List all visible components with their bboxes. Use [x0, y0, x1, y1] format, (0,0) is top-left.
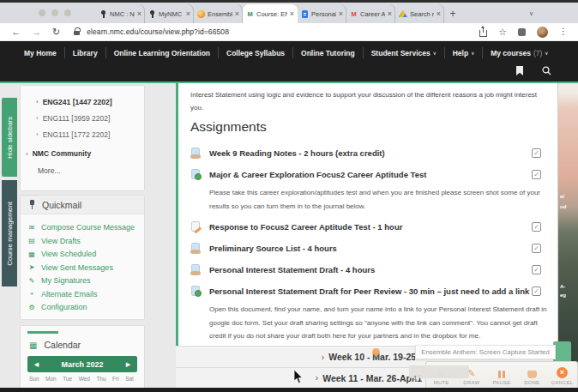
search-icon[interactable]	[542, 66, 551, 75]
forward-icon[interactable]: →	[32, 27, 41, 37]
sidebar-course-link[interactable]: › ENG241 [1447 2202]	[21, 93, 144, 110]
gear-icon: ⚙	[27, 304, 36, 311]
site-header: My Home Library Online Learning Orientat…	[0, 41, 578, 81]
week-label: Week 11 - Mar. 26-Apr.1	[322, 373, 422, 383]
tab-close-icon[interactable]: ×	[235, 10, 239, 18]
site-nav-item[interactable]: Library	[65, 47, 106, 58]
completion-checkbox[interactable]: ✓	[532, 148, 541, 158]
url-text[interactable]: elearn.nmc.edu/course/view.php?id=66508	[87, 27, 229, 36]
done-button[interactable]: DONE	[517, 362, 547, 388]
reload-icon[interactable]: ↻	[52, 27, 60, 37]
journal-activity-icon	[190, 264, 202, 275]
browser-tab[interactable]: Search res ×	[395, 4, 444, 23]
assignment-link[interactable]: Response to Focus2 Career Aptitude Test …	[209, 222, 402, 232]
site-nav-item[interactable]: College Syllabus	[219, 47, 293, 58]
background-text-fragment: eg	[560, 292, 566, 299]
nav-item-label: College Syllabus	[226, 49, 285, 57]
browser-tab[interactable]: M Course: EN ×	[243, 4, 298, 23]
quickmail-link[interactable]: ✉ Compose Course Message	[27, 223, 144, 232]
site-nav: My Home Library Online Learning Orientat…	[0, 41, 578, 64]
cancel-button[interactable]: × CANCEL	[547, 362, 577, 388]
browser-tab-bar: NMC : Nort × MyNMC fo × Ensemble V × M C…	[0, 3, 578, 23]
assignment-description: Please take this career exploration/apti…	[209, 186, 554, 213]
quickmail-link-label: View Sent Messages	[41, 263, 113, 272]
tab-close-icon[interactable]: ×	[437, 10, 441, 18]
assignment-link[interactable]: Personal Interest Statement Draft - 4 ho…	[209, 265, 375, 274]
quickmail-header: Quickmail	[21, 196, 144, 214]
browser-menu-icon[interactable]: ⋮	[559, 27, 568, 36]
course-label: ENG111 [3959 2202]	[43, 114, 111, 123]
calendar-header: ▦ Calendar	[21, 340, 144, 350]
quickmail-link[interactable]: ⚙ Configuration	[27, 303, 144, 311]
sidebar-item-nmc-community[interactable]: › NMC Community	[21, 145, 144, 162]
assignment-link[interactable]: Personal Interest Statement Draft for Pe…	[209, 286, 529, 296]
lock-icon[interactable]	[74, 31, 80, 35]
site-nav-item[interactable]: My courses (7) ∨	[483, 47, 556, 58]
site-nav-item[interactable]: Student Services ∨	[364, 47, 445, 58]
bookmark-star-icon[interactable]: ☆	[498, 27, 507, 37]
tab-close-icon[interactable]: ×	[290, 10, 294, 18]
site-nav-item[interactable]: Help ∨	[445, 47, 483, 58]
share-icon[interactable]	[479, 30, 487, 37]
tab-close-icon[interactable]: ×	[137, 10, 141, 18]
window-minimize-button[interactable]	[51, 9, 58, 16]
assignment-link[interactable]: Preliminary Source List - 4 hours	[209, 244, 337, 253]
assignment-item: Week 9 Reading Notes - 2 hours (extra cr…	[190, 142, 551, 164]
done-icon	[527, 371, 537, 378]
sidebar-item-more[interactable]: More...	[21, 162, 144, 178]
site-nav-item[interactable]: My Home	[16, 47, 65, 58]
back-icon[interactable]: ←	[11, 27, 21, 37]
new-tab-button[interactable]: +	[444, 4, 461, 23]
extensions-icon[interactable]	[518, 28, 526, 36]
completion-checkbox[interactable]: ✓	[532, 286, 541, 296]
assignment-link[interactable]: Week 9 Reading Notes - 2 hours (extra cr…	[209, 148, 385, 158]
capture-started-notification: Ensemble Anthem: Screen Capture Started	[415, 345, 556, 359]
course-management-tab[interactable]: Course management	[2, 180, 17, 286]
browser-tab[interactable]: NMC : Nort ×	[96, 4, 145, 23]
profile-avatar[interactable]	[537, 27, 548, 38]
quickmail-link[interactable]: + Alternate Emails	[27, 290, 144, 299]
hide-sidebars-label: Hide sidebars	[6, 117, 14, 159]
chevron-right-icon: ›	[26, 150, 28, 158]
tab-close-icon[interactable]: ×	[339, 10, 343, 18]
quickmail-link[interactable]: ▦ View Scheduled	[27, 250, 144, 258]
sidebar-course-link[interactable]: › ENG111 [1772 2202]	[21, 126, 144, 142]
prev-month-icon[interactable]: ◀	[34, 361, 39, 368]
quickmail-link-label: View Drafts	[41, 237, 81, 245]
background-text-fragment: A-	[560, 283, 565, 291]
quickmail-link[interactable]: ▤ View Drafts	[27, 237, 144, 245]
completion-checkbox[interactable]: ✓	[532, 244, 541, 253]
completion-checkbox[interactable]: ✓	[532, 265, 541, 274]
sidebar-course-link[interactable]: › ENG111 [3959 2202]	[21, 110, 144, 126]
site-nav-item[interactable]: Online Tutoring	[293, 47, 364, 58]
tab-title: Personal Int	[311, 10, 336, 18]
bookmark-icon[interactable]	[516, 66, 523, 75]
course-label: ENG241 [1447 2202]	[43, 98, 112, 106]
window-close-button[interactable]	[39, 9, 45, 16]
completion-checkbox[interactable]: ✓	[532, 170, 541, 179]
window-controls[interactable]	[39, 9, 71, 16]
url-activity-icon	[190, 286, 202, 297]
background-text-fragment: od	[560, 203, 566, 211]
completion-checkbox[interactable]: ✓	[532, 222, 541, 232]
screen: NMC : Nort × MyNMC fo × Ensemble V × M C…	[0, 0, 578, 392]
browser-tab[interactable]: MyNMC fo ×	[145, 4, 194, 23]
assignment-link[interactable]: Major & Career Exploration Focus2 Career…	[209, 170, 426, 179]
window-zoom-button[interactable]	[64, 9, 71, 16]
browser-tab[interactable]: Personal Int ×	[298, 4, 346, 23]
quickmail-link[interactable]: ➤ View Sent Messages	[27, 263, 144, 272]
chevron-right-icon: ›	[36, 130, 39, 138]
tab-search-chevron-icon[interactable]: ∨	[529, 10, 533, 17]
browser-tab[interactable]: Ensemble V ×	[194, 4, 243, 23]
tab-close-icon[interactable]: ×	[186, 10, 190, 18]
next-month-icon[interactable]: ▶	[126, 361, 130, 368]
tab-title: MyNMC fo	[159, 10, 184, 18]
hide-sidebars-tab[interactable]: Hide sidebars	[2, 98, 17, 177]
site-nav-item[interactable]: Online Learning Orientation	[106, 47, 219, 58]
browser-tab[interactable]: M Career Ass ×	[346, 4, 395, 23]
quickmail-link[interactable]: ✎ My Signatures	[27, 276, 144, 285]
nav-item-label: Student Services	[371, 49, 430, 57]
pause-button[interactable]: PAUSE	[486, 362, 516, 388]
tab-close-icon[interactable]: ×	[388, 10, 392, 18]
day-header: Fri	[112, 376, 119, 382]
